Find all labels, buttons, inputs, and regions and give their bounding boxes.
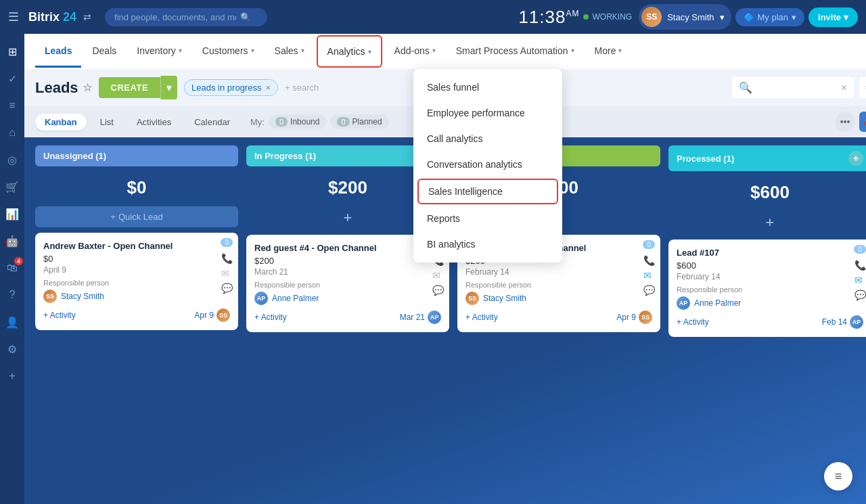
tab-addons-label: Add-ons [394,45,430,56]
filter-remove-icon[interactable]: × [265,83,271,93]
add-stage-button[interactable]: + [848,151,863,166]
sidebar-item-help[interactable]: ? [0,283,24,307]
search-hint[interactable]: + search [285,83,319,93]
view-tab-kanban[interactable]: Kanban [35,114,87,131]
search-input[interactable] [114,12,236,22]
card-title: Lead #107 [677,248,863,258]
tab-spa[interactable]: Smart Process Automation ▾ [447,36,584,68]
sidebar-item-home[interactable]: ⌂ [0,120,24,145]
add-card-processed[interactable]: + [668,211,866,234]
dropdown-reports[interactable]: Reports [413,206,562,231]
search-box[interactable]: 🔍 [105,8,267,26]
user-menu[interactable]: SS Stacy Smith ▾ [639,4,731,30]
plan-icon: 🔷 [744,12,754,22]
tab-more[interactable]: More ▾ [585,36,632,68]
card-badge: 0 [221,238,233,247]
kanban-search-clear[interactable]: × [841,82,847,94]
card-andrew-baxter: Andrew Baxter - Open Channel 0 📞 ✉ 💬 $0 … [35,233,238,330]
phone-icon[interactable]: 📞 [643,255,655,266]
activity-link[interactable]: + Activity [465,313,498,322]
phone-icon[interactable]: 📞 [854,260,866,271]
card-person[interactable]: SS Stacy Smith [465,292,652,305]
col-amount-processed: $600 [668,177,866,206]
filter-planned[interactable]: 0 Planned [330,114,388,129]
sidebar-item-robot[interactable]: 🤖 [0,229,24,253]
chat-icon[interactable]: 💬 [432,285,444,296]
card-person[interactable]: AP Anne Palmer [677,296,863,310]
kanban-settings-button[interactable]: ⚙ [859,77,866,98]
dropdown-bi-analytics[interactable]: BI analytics [413,231,562,257]
col-amount-unassigned: $0 [35,172,238,201]
dropdown-conversation-analytics[interactable]: Conversation analytics [413,152,562,177]
filter-tag-leads-in-progress[interactable]: Leads in progress × [184,79,278,96]
email-icon[interactable]: ✉ [432,270,444,281]
card-date: April 9 [43,265,230,275]
person-avatar: AP [254,292,268,305]
tab-leads[interactable]: Leads [35,36,81,68]
sidebar-item-bag[interactable]: 🛍 4 [0,256,24,280]
sidebar-item-dashboard[interactable]: ⊞ [0,39,24,64]
dropdown-call-analytics[interactable]: Call analytics [413,126,562,152]
invite-button[interactable]: Invite ▾ [808,7,858,27]
tab-analytics[interactable]: Analytics ▾ [317,35,382,68]
activity-date: Feb 14 [822,317,847,327]
view-tab-calendar[interactable]: Calendar [185,114,240,131]
sales-chevron-icon: ▾ [301,47,304,54]
bot-icon-button[interactable]: 🤖 [859,112,866,132]
favorite-icon[interactable]: ☆ [83,81,92,94]
logo: Bitrix 24 [28,10,76,24]
view-tab-activities[interactable]: Activities [127,114,181,131]
sidebar-item-chart[interactable]: 📊 [0,202,24,226]
tune-icon[interactable]: ⇄ [83,12,91,22]
sidebar-item-settings[interactable]: ⚙ [0,337,24,361]
card-date: February 14 [465,267,652,277]
sidebar-item-tasks[interactable]: ✓ [0,66,24,91]
create-dropdown-button[interactable]: ▾ [160,76,177,99]
sidebar-item-target[interactable]: ◎ [0,147,24,172]
card-action-icons: 📞 ✉ 💬 [643,255,655,296]
email-icon[interactable]: ✉ [854,275,866,285]
working-status: WORKING [583,12,632,22]
tab-customers[interactable]: Customers ▾ [193,36,264,68]
tab-addons[interactable]: Add-ons ▾ [385,36,445,68]
sidebar-item-cart[interactable]: 🛒 [0,175,24,199]
card-person[interactable]: AP Anne Palmer [254,292,441,305]
card-person[interactable]: SS Stacy Smith [43,290,230,303]
sidebar-item-add[interactable]: + [0,364,24,388]
myplan-button[interactable]: 🔷 My plan ▾ [735,8,805,26]
activity-link[interactable]: + Activity [254,313,287,322]
dropdown-sales-funnel[interactable]: Sales funnel [413,74,562,100]
activity-avatar: SS [639,311,652,324]
dropdown-employee-perf[interactable]: Employee performance [413,100,562,126]
my-label: My: [250,117,265,127]
sidebar-item-people[interactable]: 👤 [0,310,24,334]
sidebar-item-filter[interactable]: ≡ [0,93,24,118]
tab-inventory[interactable]: Inventory ▾ [127,36,191,68]
tab-sales[interactable]: Sales ▾ [265,36,314,68]
filter-inbound[interactable]: 0 Inbound [269,114,327,129]
kanban-search-box[interactable]: 🔍 × [732,77,854,98]
chat-icon[interactable]: 💬 [854,290,866,300]
dropdown-sales-intelligence[interactable]: Sales Intelligence [417,179,558,204]
quick-lead-button[interactable]: + Quick Lead [35,206,238,227]
chatbot-button[interactable]: ≡ [824,462,852,490]
chat-icon[interactable]: 💬 [221,283,233,294]
tab-sales-label: Sales [275,45,298,56]
person-avatar: SS [43,290,57,303]
menu-icon[interactable]: ☰ [8,9,19,24]
phone-icon[interactable]: 📞 [221,253,233,264]
create-button[interactable]: CREATE [99,77,160,98]
card-badge: 0 [643,240,655,249]
email-icon[interactable]: ✉ [221,268,233,279]
tab-deals[interactable]: Deals [83,36,126,68]
spa-chevron-icon: ▾ [571,47,574,54]
activity-link[interactable]: + Activity [677,317,709,327]
customers-chevron-icon: ▾ [251,47,254,54]
activity-link[interactable]: + Activity [43,311,76,320]
chat-icon[interactable]: 💬 [643,285,655,296]
email-icon[interactable]: ✉ [643,270,655,281]
tab-inventory-label: Inventory [137,45,176,56]
analytics-dropdown: Sales funnel Employee performance Call a… [413,69,562,262]
view-tab-list[interactable]: List [91,114,123,131]
more-filters-button[interactable]: ••• [835,112,855,132]
